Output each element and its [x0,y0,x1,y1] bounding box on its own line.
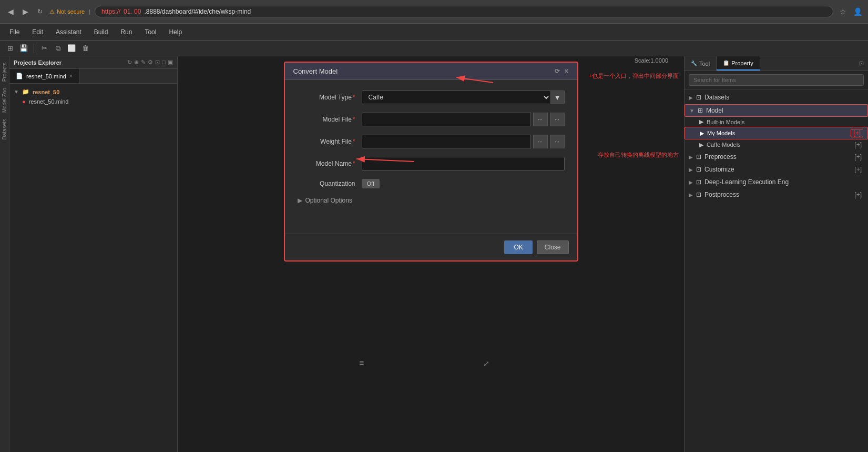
file-icon: 📄 [16,73,23,79]
edit-icon[interactable]: ✎ [141,59,146,66]
model-label: Model [706,107,863,114]
weight-file-browse-btn-1[interactable]: ··· [533,135,548,148]
model-file-row: Model File* ··· ··· [298,113,565,126]
model-file-browse-btn-1[interactable]: ··· [533,113,548,126]
reload-button[interactable]: ↻ [35,6,45,17]
refresh-icon[interactable]: ↻ [127,59,132,66]
menu-assistant[interactable]: Assistant [50,26,87,38]
maximize-icon[interactable]: □ [162,59,166,66]
my-models-add-button[interactable]: [+] [851,129,863,137]
menu-tool[interactable]: Tool [139,26,161,38]
menu-help[interactable]: Help [164,26,187,38]
menu-run[interactable]: Run [115,26,137,38]
left-sidebar: Projects Model Zoo Datasets [0,56,9,452]
nav-back-button[interactable]: ◀ [5,6,16,17]
sidebar-projects-label[interactable]: Projects [1,61,8,84]
optional-options-row[interactable]: ▶ Optional Options [298,197,565,204]
model-name-input[interactable] [362,157,565,170]
weight-file-label: Weight File* [298,138,355,145]
file-tab-close-button[interactable]: × [69,73,73,79]
close-button[interactable]: Close [537,240,569,254]
optional-options-label: Optional Options [305,197,352,204]
caffe-expand-icon: ▶ [699,142,703,148]
toolbar-cut-button[interactable]: ✂ [38,43,50,54]
preprocess-add-button[interactable]: [+] [852,153,864,160]
dl-header[interactable]: ▶ ⊡ Deep-Learning Execution Eng [685,176,868,188]
my-models-item[interactable]: ▶ My Models [+] [685,127,868,139]
search-input[interactable] [689,74,864,86]
select-arrow-button[interactable]: ▼ [550,91,564,104]
preprocess-expand-icon: ▶ [689,154,693,160]
tool-icon: 🔧 [691,61,697,66]
model-header[interactable]: ▼ ⊞ Model [685,104,868,117]
dialog-close-button[interactable]: × [564,67,568,75]
optional-arrow-icon: ▶ [298,197,302,204]
dl-expand-icon: ▶ [689,179,693,185]
preprocess-header[interactable]: ▶ ⊡ Preprocess [+] [685,151,868,163]
my-models-label: My Models [707,130,735,136]
postprocess-header[interactable]: ▶ ⊡ Postprocess [+] [685,189,868,200]
datasets-header[interactable]: ▶ ⊡ Datasets [685,92,868,103]
toolbar-separator [34,44,34,53]
tree-root-item[interactable]: ▼ 📁 resnet_50 [9,87,177,97]
postprocess-add-button[interactable]: [+] [852,191,864,198]
caffe-models-add-button[interactable]: [+] [852,141,864,148]
preprocess-label: Preprocess [704,153,849,160]
nav-forward-button[interactable]: ▶ [20,6,30,17]
projects-panel: Projects Explorer ↻ ⊕ ✎ ⚙ ⊡ □ ▣ 📄 resnet… [9,56,178,452]
projects-explorer-title: Projects Explorer [14,59,62,66]
model-file-group: ··· ··· [362,113,565,126]
menu-build[interactable]: Build [89,26,114,38]
weight-file-browse-btn-2[interactable]: ··· [550,135,565,148]
sidebar-datasets-label[interactable]: Datasets [1,117,8,142]
menu-edit[interactable]: Edit [27,26,48,38]
toolbar-delete-button[interactable]: 🗑 [79,43,91,54]
menu-bar: File Edit Assistant Build Run Tool Help [0,24,868,41]
tab-tool[interactable]: 🔧 Tool [685,56,717,71]
customize-icon: ⊡ [696,166,701,173]
toolbar: ⊞ 💾 ✂ ⧉ ⬜ 🗑 [0,41,868,56]
model-file-input[interactable] [362,113,531,126]
settings-icon[interactable]: ⚙ [148,59,153,66]
postprocess-expand-icon: ▶ [689,192,693,198]
caffe-models-item[interactable]: ▶ Caffe Models [+] [685,139,868,150]
model-name-row: Model Name* [298,157,565,170]
model-file-browse-btn-2[interactable]: ··· [550,113,565,126]
property-tab-label: Property [731,60,753,66]
profile-button[interactable]: 👤 [852,6,863,17]
dialog-expand-icon[interactable]: ⤢ [483,359,489,368]
postprocess-section: ▶ ⊡ Postprocess [+] [685,189,868,200]
toolbar-save-button[interactable]: 💾 [18,43,29,54]
customize-header[interactable]: ▶ ⊡ Customize [+] [685,164,868,175]
model-expand-icon: ▼ [689,108,695,114]
menu-file[interactable]: File [4,26,25,38]
model-type-select[interactable]: Caffe [362,91,550,104]
customize-expand-icon: ▶ [689,167,693,173]
caffe-models-label: Caffe Models [707,142,741,148]
right-panel-expand-icon[interactable]: ⊡ [859,60,864,67]
toolbar-copy-button[interactable]: ⧉ [52,43,64,54]
ok-button[interactable]: OK [504,240,532,254]
close-panel-icon[interactable]: ▣ [168,59,173,66]
sidebar-modelzoo-label[interactable]: Model Zoo [1,86,8,115]
add-icon[interactable]: ⊕ [134,59,139,66]
toolbar-paste-button[interactable]: ⬜ [66,43,77,54]
toolbar-grid-icon[interactable]: ⊞ [4,43,16,54]
url-rest: .8888/dashboard/#/ide/che/wksp-mind [144,8,251,15]
middle-area: Scale:1.0000 Convert Model ⟳ × [178,56,684,452]
property-icon: 📋 [723,60,729,66]
tree-child-item[interactable]: ● resnet_50.mind [9,97,177,106]
tree-panel: ▶ ⊡ Datasets ▼ ⊞ Model ▶ Built-in Models [685,89,868,452]
folder-icon: 📁 [22,88,29,95]
builtin-models-item[interactable]: ▶ Built-in Models [685,117,868,127]
tab-property[interactable]: 📋 Property [717,56,760,71]
bookmark-button[interactable]: ☆ [838,6,848,17]
customize-add-button[interactable]: [+] [852,166,864,173]
minimize-icon[interactable]: ⊡ [155,59,160,66]
quantization-toggle[interactable]: Off [362,179,380,188]
model-type-select-wrapper[interactable]: Caffe ▼ [362,91,565,104]
file-tab-resnet[interactable]: 📄 resnet_50.mind × [9,69,79,83]
dialog-list-icon[interactable]: ≡ [359,358,364,368]
url-bar[interactable]: https:// 01. 00 .8888/dashboard/#/ide/ch… [95,6,833,17]
weight-file-input[interactable] [362,135,531,148]
